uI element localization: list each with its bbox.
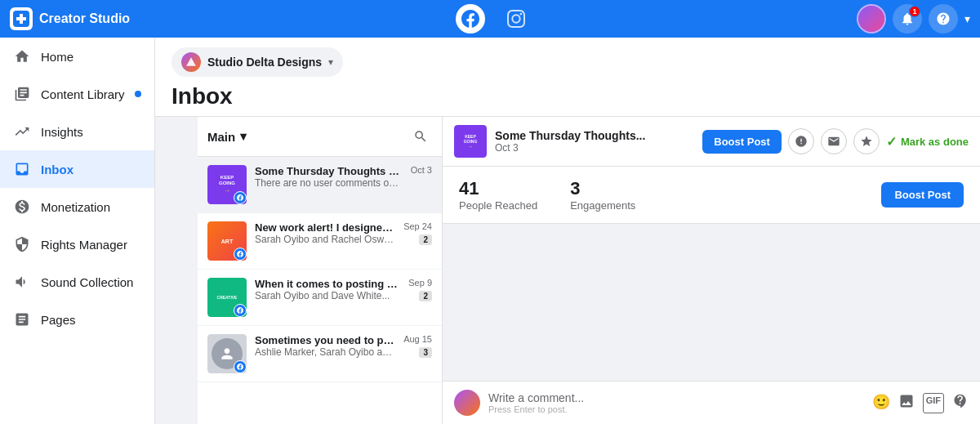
fb-indicator-2 bbox=[234, 248, 247, 261]
sidebar-item-sound-collection[interactable]: Sound Collection bbox=[0, 263, 154, 301]
comment-input-area: Write a comment... Press Enter to post. bbox=[488, 391, 864, 414]
message-thumb-1: KEEPGOING → bbox=[207, 165, 247, 204]
message-meta-3: Sep 9 2 bbox=[408, 278, 432, 301]
people-reached-stat: 41 People Reached bbox=[459, 178, 537, 212]
msg-count-4: 3 bbox=[419, 347, 432, 358]
engagements-stat: 3 Engagements bbox=[570, 178, 635, 212]
sidebar-item-monetization[interactable]: Monetization bbox=[0, 188, 154, 225]
boost-post-stats-button[interactable]: Boost Post bbox=[881, 182, 964, 208]
message-item-3[interactable]: CREATIVE When it comes to posting on... … bbox=[198, 270, 442, 326]
filter-main-btn[interactable]: Main ▾ bbox=[207, 129, 247, 144]
sticker-button[interactable] bbox=[952, 393, 969, 413]
sidebar-item-pages[interactable]: Pages bbox=[0, 301, 154, 338]
insights-icon bbox=[13, 123, 31, 141]
page-selector[interactable]: Studio Delta Designs ▾ bbox=[172, 47, 343, 77]
message-list-panel: Main ▾ KEEPGOING → bbox=[198, 117, 443, 424]
message-meta-2: Sep 24 2 bbox=[403, 221, 432, 245]
main-content: Studio Delta Designs ▾ Inbox bbox=[155, 38, 980, 424]
message-header: KEEPGOING → Some Thursday Thoughts... Oc… bbox=[443, 117, 980, 167]
comment-area bbox=[443, 224, 980, 381]
svg-marker-1 bbox=[186, 57, 196, 66]
help-button[interactable] bbox=[929, 4, 958, 33]
msg-title-1: Some Thursday Thoughts for... bbox=[255, 165, 403, 177]
app-title: Creator Studio bbox=[39, 11, 130, 26]
header-thumb: KEEPGOING → bbox=[454, 125, 487, 158]
message-thumb-3: CREATIVE bbox=[207, 278, 247, 317]
notification-badge: 1 bbox=[909, 6, 920, 17]
sidebar-item-inbox[interactable]: Inbox bbox=[0, 150, 154, 188]
message-item-2[interactable]: ART New work alert! I designed this... S… bbox=[198, 213, 442, 270]
emoji-button[interactable]: 🙂 bbox=[872, 393, 890, 413]
message-content-4: Sometimes you need to put the... Ashlie … bbox=[255, 334, 395, 358]
fb-indicator-4 bbox=[234, 360, 247, 373]
star-action-icon[interactable] bbox=[853, 128, 880, 154]
fb-indicator bbox=[234, 191, 247, 204]
message-item-4[interactable]: Sometimes you need to put the... Ashlie … bbox=[198, 326, 442, 382]
comment-placeholder[interactable]: Write a comment... bbox=[488, 391, 864, 404]
msg-sub-3: Sarah Oyibo and Dave White... bbox=[255, 290, 400, 301]
message-meta-4: Aug 15 3 bbox=[403, 334, 432, 358]
filter-chevron: ▾ bbox=[240, 129, 247, 144]
sidebar-item-insights[interactable]: Insights bbox=[0, 113, 154, 150]
engagements-value: 3 bbox=[570, 178, 635, 199]
app-logo bbox=[10, 7, 33, 30]
comment-avatar bbox=[454, 390, 480, 416]
notifications-button[interactable]: 1 bbox=[893, 4, 922, 33]
msg-sub-1: There are no user comments on this... bbox=[255, 177, 403, 189]
sidebar-item-home[interactable]: Home bbox=[0, 38, 154, 75]
mail-action-icon[interactable] bbox=[821, 128, 847, 154]
comment-toolbar: 🙂 GIF bbox=[872, 393, 969, 413]
comment-hint: Press Enter to post. bbox=[488, 404, 864, 414]
msg-title-4: Sometimes you need to put the... bbox=[255, 334, 395, 346]
message-content-2: New work alert! I designed this... Sarah… bbox=[255, 221, 395, 245]
top-nav: Creator Studio 1 ▾ bbox=[0, 0, 980, 38]
sidebar: Home Content Library Insights Inbox M bbox=[0, 38, 155, 424]
boost-post-header-button[interactable]: Boost Post bbox=[702, 130, 782, 154]
platform-switcher bbox=[456, 4, 531, 33]
content-library-icon bbox=[13, 85, 31, 103]
subheader: Studio Delta Designs ▾ Inbox bbox=[155, 38, 980, 117]
gif-button[interactable]: GIF bbox=[923, 393, 944, 413]
msg-sub-2: Sarah Oyibo and Rachel Oswalt... bbox=[255, 234, 395, 245]
filter-bar: Main ▾ bbox=[198, 117, 442, 157]
top-nav-chevron[interactable]: ▾ bbox=[964, 12, 970, 25]
people-reached-label: People Reached bbox=[459, 199, 537, 212]
message-meta-1: Oct 3 bbox=[411, 165, 432, 175]
avatar[interactable] bbox=[857, 4, 886, 33]
facebook-platform-btn[interactable] bbox=[456, 4, 485, 33]
msg-date-4: Aug 15 bbox=[403, 334, 432, 344]
message-item-1[interactable]: KEEPGOING → Some Thursday Thoughts for..… bbox=[198, 157, 442, 213]
page-selector-chevron: ▾ bbox=[328, 56, 333, 68]
stats-bar: 41 People Reached 3 Engagements Boost Po… bbox=[443, 167, 980, 224]
engagements-label: Engagements bbox=[570, 199, 635, 212]
main-layout: Home Content Library Insights Inbox M bbox=[0, 38, 980, 424]
msg-title-2: New work alert! I designed this... bbox=[255, 221, 395, 234]
sidebar-item-content-library[interactable]: Content Library bbox=[0, 75, 154, 113]
photo-button[interactable] bbox=[898, 393, 915, 413]
page-selector-name: Studio Delta Designs bbox=[207, 56, 322, 69]
top-nav-left: Creator Studio bbox=[10, 7, 130, 30]
content-library-dot bbox=[135, 91, 141, 97]
msg-date-3: Sep 9 bbox=[408, 278, 432, 288]
sidebar-item-rights-manager[interactable]: Rights Manager bbox=[0, 225, 154, 263]
msg-count-3: 2 bbox=[419, 291, 432, 301]
message-thumb-2: ART bbox=[207, 221, 247, 261]
mark-as-done-button[interactable]: ✓ Mark as done bbox=[886, 134, 969, 150]
message-header-left: KEEPGOING → Some Thursday Thoughts... Oc… bbox=[454, 125, 645, 158]
message-thumb-4 bbox=[207, 334, 247, 373]
people-reached-value: 41 bbox=[459, 178, 537, 199]
search-button[interactable] bbox=[409, 125, 432, 148]
sound-collection-icon bbox=[13, 273, 31, 291]
fb-indicator-3 bbox=[234, 304, 247, 317]
alert-action-icon[interactable] bbox=[788, 128, 814, 154]
message-content-3: When it comes to posting on... Sarah Oyi… bbox=[255, 278, 400, 301]
page-title: Inbox bbox=[172, 83, 964, 116]
header-title: Some Thursday Thoughts... bbox=[495, 129, 645, 142]
page-selector-logo bbox=[181, 52, 201, 72]
msg-title-3: When it comes to posting on... bbox=[255, 278, 400, 290]
message-list: KEEPGOING → Some Thursday Thoughts for..… bbox=[198, 157, 442, 424]
monetization-icon bbox=[13, 198, 31, 216]
msg-count-2: 2 bbox=[419, 234, 432, 245]
msg-date-1: Oct 3 bbox=[411, 165, 432, 175]
instagram-platform-btn[interactable] bbox=[501, 4, 531, 33]
